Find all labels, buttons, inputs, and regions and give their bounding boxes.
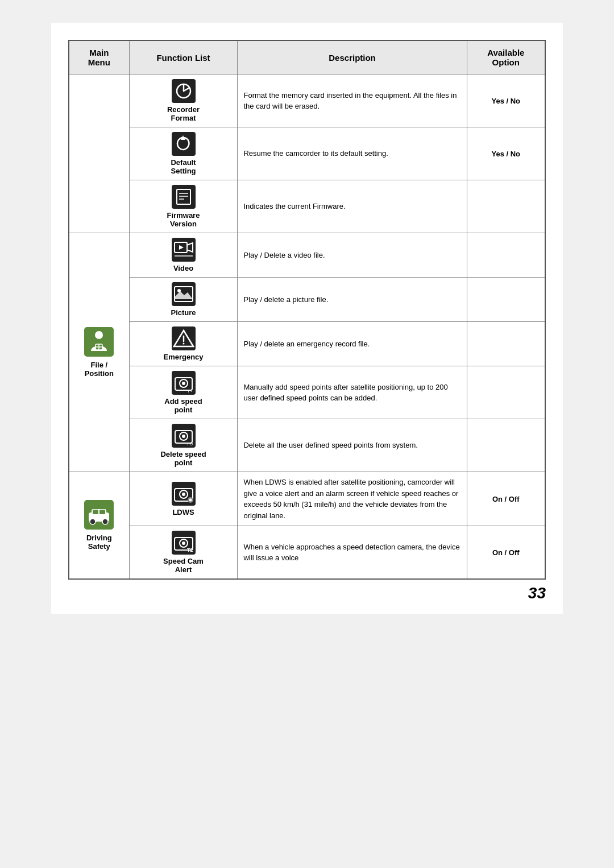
svg-rect-4 — [172, 185, 196, 209]
opt-firmware — [467, 180, 545, 233]
page-container: MainMenu Function List Description Avail… — [51, 23, 563, 614]
svg-point-26 — [182, 343, 184, 345]
opt-emergency — [467, 322, 545, 366]
table-row: T2 Speed CamAlert When a vehicle approac… — [69, 526, 545, 580]
header-available-option: Available Option — [467, 40, 545, 75]
func-label-firmware: FirmwareVersion — [167, 211, 200, 228]
opt-video — [467, 233, 545, 278]
header-main-menu: MainMenu — [69, 40, 129, 75]
func-label-delete-speed-point: Delete speedpoint — [160, 450, 206, 467]
driving-safety-menu-icon — [84, 500, 114, 530]
func-cell-picture: Picture — [129, 278, 238, 322]
svg-rect-19 — [172, 282, 196, 306]
delete-speed-point-icon: T⊖ — [172, 424, 196, 448]
add-speed-point-icon: T+ — [172, 371, 196, 395]
func-cell-ldws: LDWS — [129, 472, 238, 526]
table-row: Picture Play / delete a picture file. — [69, 278, 545, 322]
svg-rect-2 — [172, 132, 196, 156]
picture-icon — [172, 282, 196, 306]
desc-video: Play / Delete a video file. — [238, 233, 467, 278]
desc-emergency: Play / delete an emergency record file. — [238, 322, 467, 366]
table-row: RecorderFormat Format the memory card in… — [69, 75, 545, 127]
ldws-icon — [172, 482, 196, 506]
video-icon — [172, 238, 196, 262]
svg-point-10 — [95, 331, 103, 339]
main-menu-cell-file-position: File /Position — [69, 233, 129, 472]
desc-recorder-format: Format the memory card inserted in the e… — [238, 75, 467, 127]
func-label-speed-cam-alert: Speed CamAlert — [163, 557, 204, 574]
file-position-menu-icon — [84, 327, 114, 357]
func-cell-add-speed-point: T+ Add speedpoint — [129, 366, 238, 419]
func-cell-delete-speed-point: T⊖ Delete speedpoint — [129, 419, 238, 472]
svg-point-43 — [102, 519, 108, 524]
svg-point-47 — [182, 493, 185, 496]
default-setting-icon — [172, 132, 196, 156]
speed-cam-alert-icon: T2 — [172, 531, 196, 555]
svg-point-53 — [182, 542, 185, 545]
svg-point-49 — [189, 498, 192, 501]
desc-ldws: When LDWS is enabled after satellite pos… — [238, 472, 467, 526]
svg-point-35 — [182, 435, 185, 438]
header-description: Description — [238, 40, 467, 75]
func-cell-default-setting: DefaultSetting — [129, 127, 238, 180]
svg-point-22 — [177, 289, 181, 292]
driving-safety-label: DrivingSafety — [75, 534, 123, 551]
opt-add-speed-point — [467, 366, 545, 419]
header-function-list: Function List — [129, 40, 238, 75]
table-row: T⊖ Delete speedpoint Delete all the user… — [69, 419, 545, 472]
desc-firmware: Indicates the current Firmware. — [238, 180, 467, 233]
func-label-video: Video — [173, 264, 193, 272]
desc-add-speed-point: Manually add speed points after satellit… — [238, 366, 467, 419]
svg-text:T+: T+ — [187, 388, 193, 394]
firmware-version-icon — [172, 185, 196, 209]
func-label-ldws: LDWS — [172, 508, 194, 516]
func-cell-video: Video — [129, 233, 238, 278]
func-cell-emergency: Emergency — [129, 322, 238, 366]
table-row: DefaultSetting Resume the camcorder to i… — [69, 127, 545, 180]
opt-delete-speed-point — [467, 419, 545, 472]
func-label-recorder-format: RecorderFormat — [167, 105, 200, 122]
func-cell-recorder-format: RecorderFormat — [129, 75, 238, 127]
emergency-icon — [172, 326, 196, 350]
desc-default-setting: Resume the camcorder to its default sett… — [238, 127, 467, 180]
func-label-picture: Picture — [171, 308, 196, 317]
svg-point-42 — [90, 519, 96, 524]
func-cell-firmware: FirmwareVersion — [129, 180, 238, 233]
main-table: MainMenu Function List Description Avail… — [68, 40, 546, 580]
opt-default-setting: Yes / No — [467, 127, 545, 180]
svg-text:T2: T2 — [187, 547, 193, 553]
desc-speed-cam-alert: When a vehicle approaches a speed detect… — [238, 526, 467, 580]
opt-speed-cam-alert: On / Off — [467, 526, 545, 580]
table-row: File /Position Video Play / De — [69, 233, 545, 278]
svg-rect-40 — [93, 510, 98, 514]
func-label-add-speed-point: Add speedpoint — [164, 397, 202, 414]
page-number: 33 — [528, 584, 546, 602]
opt-recorder-format: Yes / No — [467, 75, 545, 127]
file-position-label: File /Position — [75, 361, 123, 378]
func-label-default-setting: DefaultSetting — [171, 158, 196, 175]
opt-ldws: On / Off — [467, 472, 545, 526]
desc-picture: Play / delete a picture file. — [238, 278, 467, 322]
main-menu-cell-recorder — [69, 75, 129, 233]
func-cell-speed-cam-alert: T2 Speed CamAlert — [129, 526, 238, 580]
table-row: DrivingSafety — [69, 472, 545, 526]
recorder-format-icon — [172, 79, 196, 103]
svg-text:T⊖: T⊖ — [186, 441, 193, 447]
desc-delete-speed-point: Delete all the user defined speed points… — [238, 419, 467, 472]
func-label-emergency: Emergency — [163, 353, 203, 361]
table-row: Emergency Play / delete an emergency rec… — [69, 322, 545, 366]
svg-rect-14 — [172, 238, 196, 262]
main-menu-cell-driving-safety: DrivingSafety — [69, 472, 129, 580]
svg-rect-41 — [99, 510, 105, 514]
table-row: FirmwareVersion Indicates the current Fi… — [69, 180, 545, 233]
svg-point-30 — [182, 382, 185, 385]
opt-picture — [467, 278, 545, 322]
table-row: T+ Add speedpoint Manually add speed poi… — [69, 366, 545, 419]
